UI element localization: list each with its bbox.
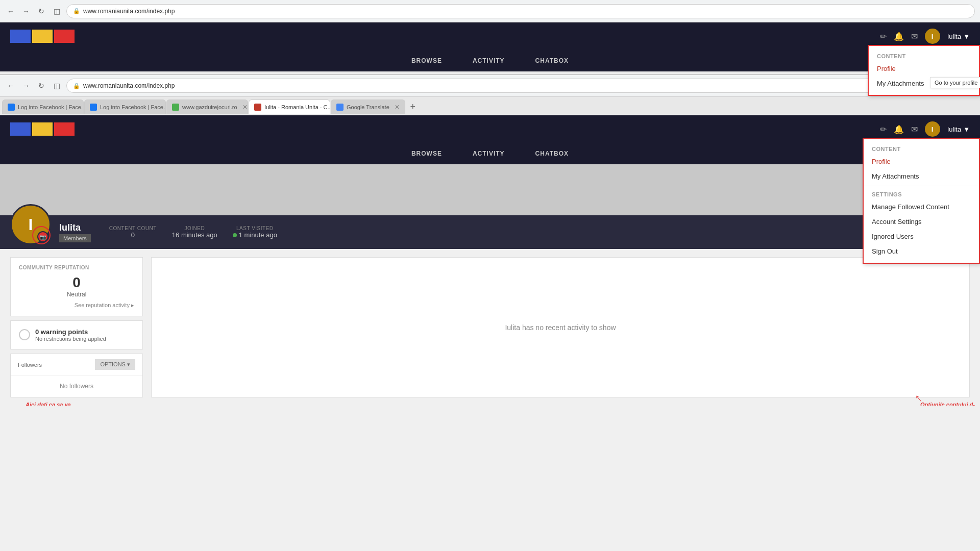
stat-joined: JOINED 16 minutes ago (172, 226, 217, 239)
nav-chatbox-2[interactable]: CHATBOX (530, 143, 574, 164)
divider-1 (864, 186, 979, 186)
site-logo-1 (10, 30, 75, 43)
tab-favicon-fb2 (90, 104, 97, 111)
warning-sub-label: No restrictions being applied (35, 336, 106, 342)
tab-gazduire[interactable]: www.gazduirejocuri.ro ✕ (166, 99, 248, 114)
tab-iulita[interactable]: Iulita - Romania Unita - C... ✕ (249, 99, 330, 114)
profile-role: Members (59, 234, 91, 242)
pencil-icon-1[interactable]: ✏ (880, 32, 887, 41)
dropdown-profile-1[interactable]: Profile (869, 61, 979, 76)
tab-favicon-translate (336, 104, 344, 111)
lock-icon-2: 🔒 (73, 83, 80, 89)
pencil-icon-2[interactable]: ✏ (880, 124, 887, 134)
user-avatar-1: I (925, 29, 940, 44)
forward-button[interactable]: → (20, 6, 32, 17)
profile-sidebar: COMMUNITY REPUTATION 0 Neutral See reput… (10, 257, 143, 397)
tab-close-translate[interactable]: ✕ (395, 104, 400, 111)
warning-text-block: 0 warning points No restrictions being a… (35, 328, 106, 342)
username-btn-1[interactable]: Iulita ▼ (947, 33, 970, 40)
mail-icon-1[interactable]: ✉ (911, 32, 918, 41)
tab-label-translate: Google Translate (347, 104, 389, 110)
warning-points-label: 0 warning points (35, 328, 106, 336)
tab-fb1[interactable]: Log into Facebook | Face... ✕ (2, 99, 84, 114)
browser-chrome-2: ← → ↻ ◫ 🔒 www.romaniaunita.com/index.php… (0, 74, 980, 97)
new-tab-button[interactable]: + (406, 99, 420, 114)
extensions-button-2[interactable]: ◫ (51, 80, 62, 91)
joined-value: 16 minutes ago (172, 231, 217, 239)
dropdown-followed[interactable]: Manage Followed Content (864, 199, 979, 214)
nav-activity-2[interactable]: ACTIVITY (468, 143, 510, 164)
profile-username: Iulita (59, 222, 91, 233)
dropdown-account[interactable]: Account Settings (864, 214, 979, 229)
forward-button-2[interactable]: → (20, 80, 32, 91)
dropdown-menu-1: CONTENT Profile My Attachments Go to you… (868, 45, 980, 96)
logo-block-yellow (32, 30, 53, 43)
tab-label-gazduire: www.gazduirejocuri.ro (182, 104, 237, 110)
logo-block-blue (10, 30, 31, 43)
joined-label: JOINED (172, 226, 217, 231)
user-avatar-2: I (925, 121, 940, 137)
tab-fb2[interactable]: Log into Facebook | Face... ✕ (84, 99, 166, 114)
nav-bar-2: BROWSE ACTIVITY CHATBOX (0, 143, 980, 164)
see-reputation-link[interactable]: See reputation activity ▸ (19, 302, 134, 309)
reputation-value: 0 (19, 274, 134, 291)
nav-browse-2[interactable]: BROWSE (406, 143, 447, 164)
content-section-label-2: CONTENT (864, 143, 979, 154)
dropdown-attachments-1[interactable]: My Attachments (869, 76, 932, 91)
tab-close-gazduire[interactable]: ✕ (242, 104, 248, 111)
online-indicator (233, 233, 237, 237)
options-button[interactable]: OPTIONS ▾ (95, 359, 135, 370)
nav-chatbox-1[interactable]: CHATBOX (530, 50, 574, 71)
tab-favicon-fb1 (8, 104, 15, 111)
dropdown-signout[interactable]: Sign Out (864, 244, 979, 259)
bell-icon-1[interactable]: 🔔 (894, 32, 904, 41)
reputation-title: COMMUNITY REPUTATION (19, 265, 134, 270)
site-logo-2 (10, 122, 75, 136)
camera-badge[interactable]: 📷 (37, 231, 48, 242)
followers-title: Followers (18, 362, 42, 368)
reputation-card: COMMUNITY REPUTATION 0 Neutral See reput… (10, 257, 143, 316)
dropdown-menu-2: CONTENT Profile My Attachments SETTINGS … (863, 138, 980, 264)
profile-name-block: Iulita Members (59, 222, 91, 242)
warning-card: 0 warning points No restrictions being a… (10, 320, 143, 349)
tab-label-fb2: Log into Facebook | Face... (100, 104, 166, 110)
profile-info-bar: I 📷 Iulita Members CONTENT COUNT 0 JOINE… (0, 215, 980, 249)
back-button[interactable]: ← (5, 6, 16, 17)
refresh-button-2[interactable]: ↻ (36, 80, 47, 91)
profile-section: ✏ ✎ Edit Profile I 📷 Iulita Members CONT… (0, 164, 980, 406)
last-visited-label: LAST VISITED (233, 226, 277, 231)
refresh-button[interactable]: ↻ (36, 6, 47, 17)
address-bar-2[interactable]: 🔒 www.romaniaunita.com/index.php (66, 79, 929, 93)
extensions-button[interactable]: ◫ (51, 6, 62, 17)
browser-window-1: ✏ 🔔 ✉ I Iulita ▼ CONTENT Profile My Atta… (0, 22, 980, 72)
lock-icon: 🔒 (73, 8, 80, 14)
profile-stats: CONTENT COUNT 0 JOINED 16 minutes ago LA… (109, 226, 277, 239)
tab-label-fb1: Log into Facebook | Face... (18, 104, 84, 110)
dropdown-profile-2[interactable]: Profile (864, 154, 979, 169)
content-section-label-1: CONTENT (869, 50, 979, 61)
nav-activity-1[interactable]: ACTIVITY (468, 50, 510, 71)
nav-browse-1[interactable]: BROWSE (406, 50, 447, 71)
profile-avatar: I 📷 (10, 204, 51, 245)
back-button-2[interactable]: ← (5, 80, 16, 91)
browser-chrome-1: ← → ↻ ◫ 🔒 www.romaniaunita.com/index.php (0, 0, 980, 22)
no-activity-text: Iulita has no recent activity to show (505, 323, 616, 332)
tabs-bar: Log into Facebook | Face... ✕ Log into F… (0, 97, 980, 114)
tab-label-iulita: Iulita - Romania Unita - C... (264, 104, 330, 110)
dropdown-attachments-2[interactable]: My Attachments (864, 169, 979, 184)
mail-icon-2[interactable]: ✉ (911, 124, 918, 134)
last-visited-value: 1 minute ago (233, 231, 277, 239)
tab-favicon-iulita (254, 104, 261, 111)
stat-content-count: CONTENT COUNT 0 (109, 226, 157, 239)
tab-translate[interactable]: Google Translate ✕ (331, 99, 405, 114)
bell-icon-2[interactable]: 🔔 (894, 124, 904, 134)
followers-card: Followers OPTIONS ▾ No followers (10, 354, 143, 397)
logo-block-red (54, 30, 75, 43)
username-btn-2[interactable]: Iulita ▼ (947, 126, 970, 133)
site-header-2: ✏ 🔔 ✉ I Iulita ▼ CONTENT Profile My Atta… (0, 115, 980, 143)
warning-circle-icon (19, 329, 30, 340)
address-bar-1[interactable]: 🔒 www.romaniaunita.com/index.php (66, 4, 975, 18)
followers-header: Followers OPTIONS ▾ (11, 354, 142, 375)
logo-block-yellow-2 (32, 122, 53, 136)
dropdown-ignored[interactable]: Ignored Users (864, 229, 979, 244)
